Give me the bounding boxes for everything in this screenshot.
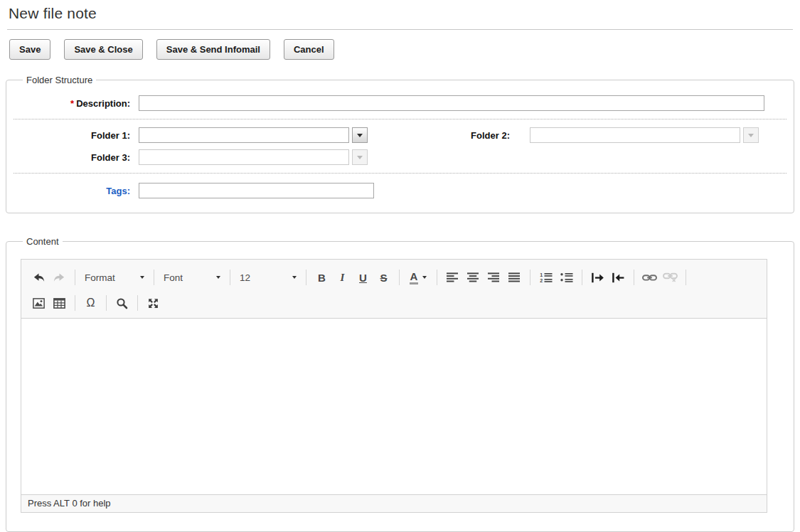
chevron-down-icon (140, 276, 144, 279)
font-dropdown[interactable]: Font (159, 268, 225, 287)
toolbar-separator (75, 270, 75, 285)
chevron-down-icon (357, 134, 363, 137)
underline-button[interactable]: U (353, 268, 373, 287)
format-dropdown-label: Format (85, 272, 115, 283)
font-size-dropdown[interactable]: 12 (235, 268, 301, 287)
chevron-down-icon (292, 276, 297, 279)
find-button[interactable] (112, 294, 132, 313)
outdent-button[interactable] (609, 268, 628, 287)
insert-image-button[interactable] (29, 294, 48, 313)
toolbar-row-2: Ω (28, 291, 759, 315)
dotted-divider (14, 119, 786, 119)
folder3-dropdown-button (352, 149, 368, 165)
link-button[interactable] (640, 268, 659, 287)
bold-button[interactable]: B (312, 268, 331, 287)
page: New file note Save Save & Close Save & S… (0, 0, 800, 532)
toolbar-separator (75, 295, 75, 311)
save-button[interactable]: Save (9, 39, 50, 60)
toolbar-separator (306, 270, 306, 285)
tags-row: Tags: (19, 183, 781, 198)
description-input[interactable] (139, 95, 764, 111)
toolbar-separator (686, 270, 686, 285)
bold-icon: B (318, 272, 326, 284)
strikethrough-button[interactable]: S (374, 268, 393, 287)
indent-button[interactable] (588, 268, 607, 287)
maximize-button[interactable] (144, 294, 163, 313)
unlink-button (661, 268, 680, 287)
chevron-down-icon (422, 276, 427, 279)
toolbar-separator (399, 270, 400, 285)
description-label: *Description: (19, 98, 130, 109)
action-button-bar: Save Save & Close Save & Send Infomail C… (9, 39, 794, 60)
omega-icon: Ω (87, 297, 95, 309)
align-justify-icon (508, 272, 521, 282)
align-center-icon (467, 272, 479, 282)
maximize-icon (147, 297, 159, 309)
folder-structure-legend: Folder Structure (23, 75, 96, 85)
toolbar-separator (530, 270, 530, 285)
description-row: *Description: (19, 95, 781, 111)
numbered-list-button[interactable]: 12 (536, 268, 555, 287)
redo-icon (53, 272, 66, 284)
font-size-value: 12 (240, 272, 250, 283)
page-header: New file note (7, 0, 793, 30)
content-fieldset: Content Format (6, 236, 794, 532)
outdent-icon (612, 272, 625, 283)
text-color-button[interactable]: A (405, 268, 431, 287)
tags-label[interactable]: Tags: (19, 186, 130, 196)
folder1-dropdown-button[interactable] (352, 127, 368, 143)
align-left-button[interactable] (443, 268, 462, 287)
strikethrough-icon: S (380, 272, 387, 284)
folder3-label: Folder 3: (19, 152, 130, 163)
tags-input[interactable] (139, 183, 374, 198)
svg-text:1: 1 (540, 272, 543, 277)
italic-icon: I (341, 272, 345, 284)
text-color-icon: A (410, 271, 419, 284)
format-dropdown[interactable]: Format (80, 268, 149, 287)
bulleted-list-button[interactable] (557, 268, 576, 287)
chevron-down-icon (216, 276, 220, 279)
table-icon (53, 298, 65, 309)
folder1-folder2-row: Folder 1: Folder 2: (19, 127, 781, 143)
align-justify-button[interactable] (505, 268, 524, 287)
align-right-button[interactable] (484, 268, 503, 287)
link-icon (642, 273, 657, 282)
indent-icon (591, 272, 604, 283)
folder2-label: Folder 2: (368, 130, 510, 141)
undo-button[interactable] (29, 268, 48, 287)
dotted-divider (14, 173, 786, 174)
folder2-input (530, 127, 740, 143)
undo-icon (32, 272, 46, 284)
chevron-down-icon (357, 156, 363, 159)
folder2-combobox (530, 127, 759, 143)
toolbar-separator (230, 270, 230, 285)
align-center-button[interactable] (464, 268, 483, 287)
folder2-dropdown-button (743, 127, 759, 143)
folder1-input[interactable] (139, 127, 349, 143)
editor-status-bar: Press ALT 0 for help (21, 494, 767, 512)
cancel-button[interactable]: Cancel (284, 39, 334, 60)
required-marker: * (70, 98, 74, 109)
italic-button[interactable]: I (333, 268, 352, 287)
numbered-list-icon: 12 (540, 272, 553, 283)
chevron-down-icon (748, 134, 754, 137)
folder1-label: Folder 1: (19, 130, 130, 141)
folder-structure-fieldset: Folder Structure *Description: Folder 1:… (6, 75, 794, 213)
image-icon (33, 298, 45, 309)
unlink-icon (663, 272, 678, 282)
align-left-icon (447, 272, 459, 282)
font-dropdown-label: Font (164, 272, 183, 283)
toolbar-separator (106, 295, 107, 311)
align-right-icon (488, 272, 500, 282)
insert-table-button[interactable] (50, 294, 69, 313)
save-and-close-button[interactable]: Save & Close (64, 39, 142, 60)
special-character-button[interactable]: Ω (81, 294, 100, 313)
toolbar-separator (154, 270, 154, 285)
editor-body[interactable] (21, 319, 767, 494)
search-icon (116, 297, 128, 309)
toolbar-separator (634, 270, 634, 285)
folder3-input (139, 149, 349, 165)
save-and-send-infomail-button[interactable]: Save & Send Infomail (156, 39, 270, 60)
toolbar-separator (137, 295, 138, 311)
editor-toolbar: Format Font 12 B I (21, 260, 767, 319)
